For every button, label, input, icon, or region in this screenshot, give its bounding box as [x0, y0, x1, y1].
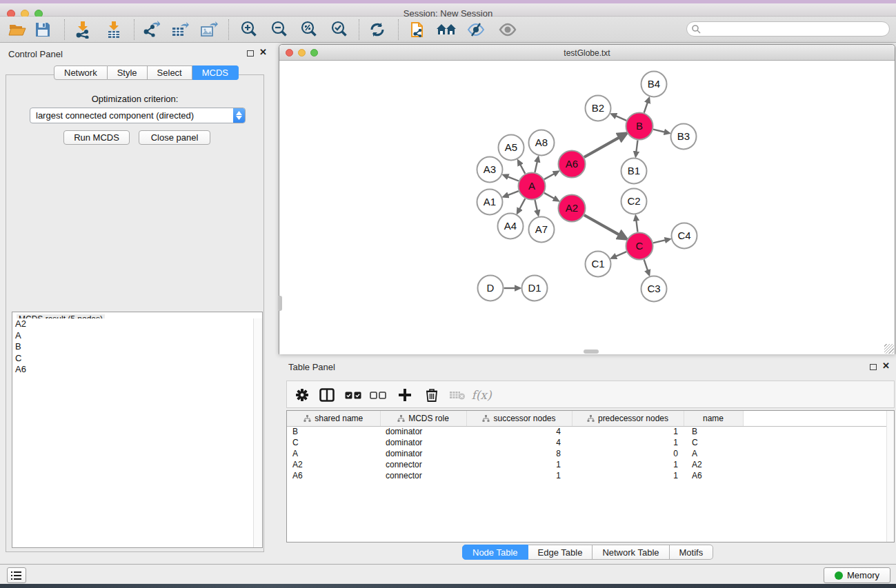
table-cell[interactable]: dominator: [380, 448, 466, 459]
table-cell[interactable]: A: [287, 448, 380, 459]
close-panel-button[interactable]: Close panel: [139, 130, 210, 145]
table-panel-float-icon[interactable]: [870, 364, 877, 370]
table-row[interactable]: A6connector11A6: [287, 470, 887, 481]
column-header-name[interactable]: name: [684, 411, 743, 426]
graph-node-B4[interactable]: B4: [641, 72, 667, 97]
table-cell[interactable]: 1: [572, 470, 684, 481]
table-scrollbar[interactable]: [886, 411, 894, 542]
graph-node-A4[interactable]: A4: [498, 214, 524, 239]
graph-node-C4[interactable]: C4: [672, 223, 697, 249]
hide-details-icon[interactable]: [464, 20, 488, 39]
graph-edge-C-C1[interactable]: [615, 252, 626, 256]
graph-node-B[interactable]: B: [626, 113, 653, 140]
table-cell[interactable]: C: [287, 437, 380, 448]
table-cell[interactable]: A2: [287, 459, 380, 470]
graph-edge-A-A2[interactable]: [544, 193, 555, 199]
graph-edge-B-B4[interactable]: [644, 102, 648, 113]
task-history-button[interactable]: [7, 567, 26, 583]
graph-node-A[interactable]: A: [519, 173, 546, 200]
graph-node-A2[interactable]: A2: [559, 195, 586, 222]
graph-edge-C-C4[interactable]: [653, 240, 666, 243]
optimization-criterion-select[interactable]: largest connected component (directed): [30, 108, 246, 123]
graph-edge-B-B2[interactable]: [615, 116, 626, 121]
deselect-all-icon[interactable]: [367, 385, 389, 405]
open-file-button[interactable]: [6, 20, 29, 39]
graph-edge-B-B3[interactable]: [653, 130, 665, 132]
export-network-icon[interactable]: [139, 20, 163, 39]
apply-layout-icon[interactable]: [366, 20, 389, 39]
column-header-MCDS-role[interactable]: MCDS role: [380, 411, 466, 426]
graph-node-A6[interactable]: A6: [559, 151, 586, 178]
graph-edge-A-A1[interactable]: [508, 191, 519, 195]
graph-node-A3[interactable]: A3: [477, 157, 503, 183]
graph-node-B3[interactable]: B3: [671, 124, 697, 150]
table-row[interactable]: A2connector11A2: [287, 459, 887, 470]
graph-edge-A2-C[interactable]: [584, 215, 620, 235]
search-input[interactable]: [701, 23, 889, 35]
table-cell[interactable]: 1: [572, 459, 684, 470]
table-row[interactable]: Cdominator41C: [287, 437, 887, 448]
table-cell[interactable]: B: [287, 426, 380, 437]
table-cell[interactable]: connector: [380, 459, 466, 470]
graph-node-C[interactable]: C: [626, 233, 653, 260]
table-cell[interactable]: A: [684, 448, 743, 459]
table-settings-gear-icon[interactable]: [291, 385, 313, 405]
graph-node-C1[interactable]: C1: [586, 252, 611, 277]
graph-edge-C-C3[interactable]: [644, 259, 648, 271]
import-network-icon[interactable]: [71, 20, 94, 39]
table-cell[interactable]: A2: [684, 459, 743, 470]
export-image-icon[interactable]: [197, 20, 221, 39]
control-panel-float-icon[interactable]: [247, 50, 254, 57]
mcds-result-item[interactable]: C: [12, 353, 253, 365]
graph-edge-A6-B[interactable]: [584, 137, 620, 157]
zoom-out-icon[interactable]: [268, 20, 291, 39]
mcds-result-item[interactable]: B: [12, 341, 253, 353]
table-cell[interactable]: B: [684, 426, 743, 437]
run-mcds-button[interactable]: Run MCDS: [63, 130, 130, 145]
table-cell[interactable]: 1: [572, 426, 684, 437]
table-cell[interactable]: 4: [466, 426, 572, 437]
graph-node-D[interactable]: D: [478, 276, 504, 301]
network-vertical-scroll-thumb[interactable]: [278, 296, 282, 311]
graph-node-A1[interactable]: A1: [477, 190, 503, 215]
graph-node-C2[interactable]: C2: [621, 189, 647, 214]
mcds-result-item[interactable]: A6: [12, 364, 253, 376]
table-cell[interactable]: connector: [380, 470, 466, 481]
import-table-icon[interactable]: [102, 20, 126, 39]
tab-node-table[interactable]: Node Table: [462, 545, 528, 560]
table-cell[interactable]: A6: [287, 470, 380, 481]
table-cell[interactable]: 1: [466, 470, 572, 481]
graph-node-C3[interactable]: C3: [641, 276, 667, 302]
zoom-in-icon[interactable]: [237, 20, 261, 39]
memory-button[interactable]: Memory: [824, 567, 890, 583]
table-cell[interactable]: dominator: [380, 437, 466, 448]
graph-edge-C-C2[interactable]: [636, 220, 637, 232]
tab-network[interactable]: Network: [54, 65, 108, 80]
graph-edge-A-A7[interactable]: [535, 200, 537, 211]
network-canvas[interactable]: B4B2BB3A8A5A6A3B1AC2A1A2A4A7C4CC1C3DD1: [279, 61, 895, 354]
home-networks-icon[interactable]: [435, 20, 458, 39]
network-window-titlebar[interactable]: testGlobe.txt: [279, 45, 895, 61]
graph-edge-A-A6[interactable]: [544, 174, 555, 179]
column-header-predecessor-nodes[interactable]: predecessor nodes: [572, 411, 684, 426]
table-cell[interactable]: C: [684, 437, 743, 448]
save-session-button[interactable]: [31, 20, 54, 39]
tab-select[interactable]: Select: [148, 65, 192, 80]
tab-mcds[interactable]: MCDS: [192, 65, 239, 80]
graph-node-A8[interactable]: A8: [529, 130, 555, 156]
table-cell[interactable]: A6: [684, 470, 743, 481]
tab-motifs[interactable]: Motifs: [670, 545, 714, 560]
graph-edge-A-A3[interactable]: [508, 176, 519, 181]
new-network-from-file-icon[interactable]: [406, 20, 430, 39]
select-all-icon[interactable]: [342, 385, 364, 405]
table-cell[interactable]: 1: [466, 459, 572, 470]
control-panel-close-icon[interactable]: ✕: [259, 49, 267, 56]
table-row[interactable]: Bdominator41B: [287, 426, 887, 437]
column-header-successor-nodes[interactable]: successor nodes: [466, 411, 572, 426]
export-table-icon[interactable]: [168, 20, 192, 39]
zoom-fit-icon[interactable]: [297, 20, 321, 39]
network-resize-grip[interactable]: [884, 344, 894, 354]
graph-node-A7[interactable]: A7: [529, 217, 555, 243]
table-row[interactable]: Adominator80A: [287, 448, 887, 459]
graph-edge-A-A8[interactable]: [535, 161, 537, 172]
